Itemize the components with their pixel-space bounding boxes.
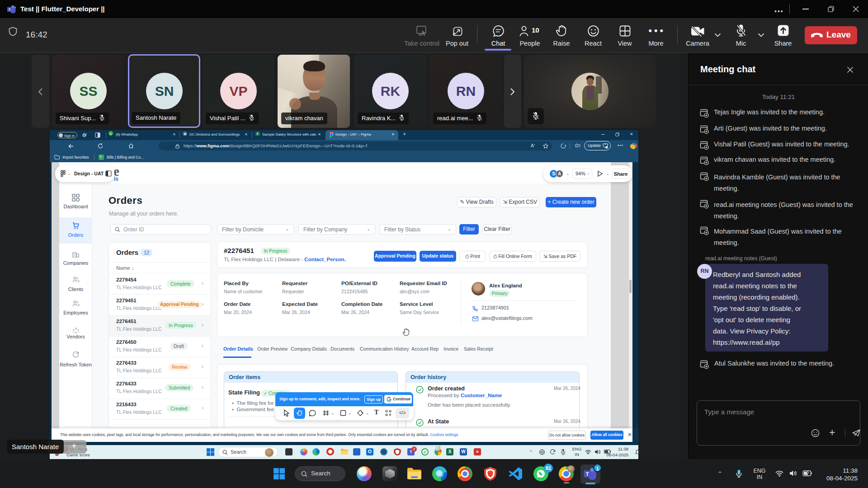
svg-text:T: T (586, 471, 589, 477)
svg-text:T: T (9, 8, 11, 12)
